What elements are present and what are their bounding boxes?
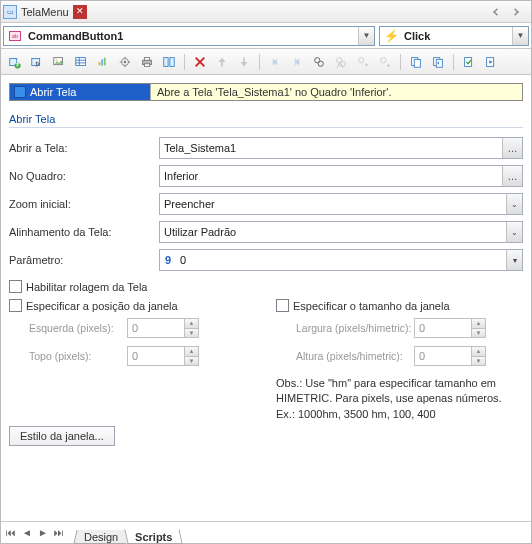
value-param: 0 [176, 254, 506, 266]
svg-point-5 [56, 59, 58, 61]
last-icon[interactable]: ⏭ [51, 525, 67, 541]
toolbar: + A [1, 49, 531, 75]
validate-icon[interactable] [459, 52, 479, 72]
checkbox[interactable] [9, 280, 22, 293]
field-tela[interactable]: Tela_Sistema1 … [159, 137, 523, 159]
check-scroll-label: Habilitar rolagem da Tela [26, 281, 147, 293]
run-icon[interactable] [481, 52, 501, 72]
svg-rect-12 [104, 57, 106, 65]
spin-up-icon[interactable]: ▲ [471, 319, 485, 329]
svg-rect-22 [164, 57, 168, 66]
object-event-row: ab CommandButton1 ▼ ⚡ Click ▼ [1, 23, 531, 49]
svg-text:A: A [337, 59, 344, 69]
tool-pick-chart[interactable] [93, 52, 113, 72]
label-left: Esquerda (pixels): [9, 322, 127, 334]
first-icon[interactable]: ⏮ [3, 525, 19, 541]
tool-add-pick[interactable]: + [5, 52, 25, 72]
spin-down-icon[interactable]: ▼ [471, 329, 485, 338]
check-size-label: Especificar o tamanho da janela [293, 300, 450, 312]
spin-up-icon[interactable]: ▲ [184, 347, 198, 357]
content-area: Abrir Tela Abre a Tela 'Tela_Sistema1' n… [1, 75, 531, 521]
find-icon[interactable] [309, 52, 329, 72]
nav-prev-icon[interactable] [493, 8, 501, 16]
value-align: Utilizar Padrão [160, 226, 506, 238]
delete-icon[interactable] [190, 52, 210, 72]
svg-point-32 [381, 57, 386, 62]
chevron-down-icon[interactable]: ⌄ [506, 194, 522, 214]
value-zoom: Preencher [160, 198, 506, 210]
tool-pick-split[interactable] [159, 52, 179, 72]
object-icon: ab [9, 31, 21, 41]
spin-top[interactable]: 0 ▲▼ [127, 346, 199, 366]
browse-button[interactable]: … [502, 166, 522, 186]
spin-down-icon[interactable]: ▼ [184, 329, 198, 338]
find-prev-icon [375, 52, 395, 72]
check-size[interactable]: Especificar o tamanho da janela [276, 299, 523, 312]
value-tela: Tela_Sistema1 [160, 142, 502, 154]
event-combo-text: Click [402, 30, 512, 42]
spin-down-icon[interactable]: ▼ [184, 357, 198, 366]
check-scroll[interactable]: Habilitar rolagem da Tela [9, 280, 523, 293]
lightning-icon: ⚡ [384, 29, 399, 43]
check-pos-label: Especificar a posição da janela [26, 300, 178, 312]
event-combo[interactable]: ⚡ Click ▼ [379, 26, 529, 46]
copy-icon[interactable] [406, 52, 426, 72]
svg-rect-37 [465, 57, 472, 66]
checkbox[interactable] [9, 299, 22, 312]
label-zoom: Zoom inicial: [9, 198, 159, 210]
step-row[interactable]: Abrir Tela Abre a Tela 'Tela_Sistema1' n… [9, 83, 523, 101]
tool-pick-print[interactable] [137, 52, 157, 72]
find-next-icon [353, 52, 373, 72]
svg-rect-11 [101, 59, 103, 65]
prev-icon[interactable]: ◄ [19, 525, 35, 541]
spin-up-icon[interactable]: ▲ [471, 347, 485, 357]
tool-pick-table[interactable] [71, 52, 91, 72]
param-type-icon: 9 [160, 254, 176, 266]
field-zoom[interactable]: Preencher ⌄ [159, 193, 523, 215]
field-quadro[interactable]: Inferior … [159, 165, 523, 187]
arrow-up-icon [212, 52, 232, 72]
tab-scripts[interactable]: Scripts [125, 529, 183, 544]
spin-down-icon[interactable]: ▼ [471, 357, 485, 366]
svg-text:+: + [15, 58, 21, 69]
tab-design[interactable]: Design [74, 530, 129, 544]
object-combo-text: CommandButton1 [26, 30, 358, 42]
chevron-down-icon[interactable]: ⌄ [506, 222, 522, 242]
label-width: Largura (pixels/himetric): [276, 322, 414, 334]
value-quadro: Inferior [160, 170, 502, 182]
spin-height-value: 0 [415, 347, 471, 365]
replace-icon: A [331, 52, 351, 72]
step-name: Abrir Tela [30, 86, 76, 98]
svg-rect-10 [99, 62, 101, 66]
spin-left[interactable]: 0 ▲▼ [127, 318, 199, 338]
field-param[interactable]: 9 0 ▾ [159, 249, 523, 271]
window-style-button[interactable]: Estilo da janela... [9, 426, 115, 446]
object-combo[interactable]: ab CommandButton1 ▼ [3, 26, 375, 46]
window-icon: ▭ [3, 5, 17, 19]
next-icon[interactable]: ► [35, 525, 51, 541]
spin-up-icon[interactable]: ▲ [184, 319, 198, 329]
chevron-down-icon[interactable]: ▼ [358, 27, 374, 45]
tool-pick-gear[interactable] [115, 52, 135, 72]
chevron-down-icon[interactable]: ▼ [512, 27, 528, 45]
label-top: Topo (pixels): [9, 350, 127, 362]
check-pos[interactable]: Especificar a posição da janela [9, 299, 256, 312]
close-icon[interactable]: ✕ [73, 5, 87, 19]
window-panel: ▭ TelaMenu ✕ ab CommandButton1 ▼ ⚡ Click… [0, 0, 532, 544]
spin-width[interactable]: 0 ▲▼ [414, 318, 486, 338]
spin-height[interactable]: 0 ▲▼ [414, 346, 486, 366]
svg-rect-23 [170, 57, 174, 66]
checkbox[interactable] [276, 299, 289, 312]
field-align[interactable]: Utilizar Padrão ⌄ [159, 221, 523, 243]
spin-width-value: 0 [415, 319, 471, 337]
nav-next-icon[interactable] [511, 8, 519, 16]
chevron-down-icon[interactable]: ▾ [506, 250, 522, 270]
paste-icon[interactable] [428, 52, 448, 72]
browse-button[interactable]: … [502, 138, 522, 158]
label-param: Parâmetro: [9, 254, 159, 266]
svg-point-31 [359, 57, 364, 62]
label-tela: Abrir a Tela: [9, 142, 159, 154]
tool-pick-browse[interactable] [27, 52, 47, 72]
tool-pick-img[interactable] [49, 52, 69, 72]
svg-rect-34 [414, 59, 420, 67]
